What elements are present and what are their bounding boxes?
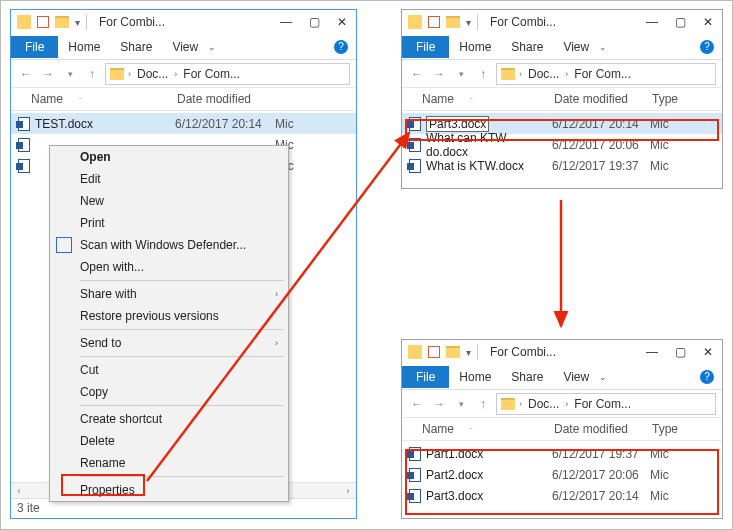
ctx-sharewith[interactable]: Share with› [50, 283, 288, 305]
help-icon[interactable]: ? [700, 40, 714, 54]
recent-dropdown-icon[interactable]: ▾ [452, 65, 470, 83]
forward-button[interactable]: → [430, 395, 448, 413]
chevron-right-icon: › [174, 69, 177, 79]
separator [80, 356, 284, 357]
qa-dropdown-icon[interactable]: ▾ [75, 17, 80, 28]
ribbon-tabs: File Home Share View ⌄ ? [402, 364, 722, 390]
forward-button[interactable]: → [39, 65, 57, 83]
separator [477, 344, 478, 360]
minimize-button[interactable]: — [638, 11, 666, 33]
file-tab[interactable]: File [402, 366, 449, 388]
window-title: For Combi... [490, 345, 556, 359]
qa-dropdown-icon[interactable]: ▾ [466, 347, 471, 358]
close-button[interactable]: ✕ [328, 11, 356, 33]
chevron-right-icon: › [519, 399, 522, 409]
ribbon-expand-icon[interactable]: ⌄ [599, 42, 607, 52]
view-tab[interactable]: View [162, 36, 208, 58]
ctx-cut[interactable]: Cut [50, 359, 288, 381]
file-row[interactable]: What is KTW.docx 6/12/2017 19:37 Mic [402, 155, 722, 176]
up-button[interactable]: ↑ [474, 395, 492, 413]
ctx-new[interactable]: New [50, 190, 288, 212]
maximize-button[interactable]: ▢ [666, 341, 694, 363]
recent-dropdown-icon[interactable]: ▾ [61, 65, 79, 83]
close-button[interactable]: ✕ [694, 11, 722, 33]
breadcrumb-segment[interactable]: For Com... [572, 397, 633, 411]
home-tab[interactable]: Home [449, 366, 501, 388]
scroll-left-button[interactable]: ‹ [11, 484, 27, 498]
quick-access-icon [428, 346, 440, 358]
maximize-button[interactable]: ▢ [666, 11, 694, 33]
ctx-delete[interactable]: Delete [50, 430, 288, 452]
col-name[interactable]: Nameˆ [408, 422, 554, 436]
breadcrumb[interactable]: › Doc... › For Com... [105, 63, 350, 85]
breadcrumb[interactable]: › Doc... › For Com... [496, 63, 716, 85]
column-headers: Nameˆ Date modified Type [402, 418, 722, 441]
col-name[interactable]: Nameˆ [408, 92, 554, 106]
breadcrumb-segment[interactable]: Doc... [526, 67, 561, 81]
sort-asc-icon: ˆ [470, 426, 473, 435]
docx-icon [17, 117, 31, 131]
home-tab[interactable]: Home [58, 36, 110, 58]
context-menu: Open Edit New Print Scan with Windows De… [49, 145, 289, 502]
share-tab[interactable]: Share [501, 366, 553, 388]
maximize-button[interactable]: ▢ [300, 11, 328, 33]
ctx-defender[interactable]: Scan with Windows Defender... [50, 234, 288, 256]
ctx-shortcut[interactable]: Create shortcut [50, 408, 288, 430]
breadcrumb[interactable]: › Doc... › For Com... [496, 393, 716, 415]
file-tab[interactable]: File [11, 36, 58, 58]
ribbon-expand-icon[interactable]: ⌄ [208, 42, 216, 52]
ctx-open[interactable]: Open [50, 146, 288, 168]
breadcrumb-segment[interactable]: Doc... [526, 397, 561, 411]
forward-button[interactable]: → [430, 65, 448, 83]
minimize-button[interactable]: — [272, 11, 300, 33]
ctx-copy[interactable]: Copy [50, 381, 288, 403]
breadcrumb-segment[interactable]: For Com... [572, 67, 633, 81]
qa-dropdown-icon[interactable]: ▾ [466, 17, 471, 28]
ctx-restore[interactable]: Restore previous versions [50, 305, 288, 327]
ctx-openwith[interactable]: Open with... [50, 256, 288, 278]
close-button[interactable]: ✕ [694, 341, 722, 363]
help-icon[interactable]: ? [700, 370, 714, 384]
file-tab[interactable]: File [402, 36, 449, 58]
window-title: For Combi... [490, 15, 556, 29]
col-name[interactable]: Nameˆ [17, 92, 177, 106]
up-button[interactable]: ↑ [83, 65, 101, 83]
column-headers: Nameˆ Date modified Type [402, 88, 722, 111]
ribbon-expand-icon[interactable]: ⌄ [599, 372, 607, 382]
ctx-rename[interactable]: Rename [50, 452, 288, 474]
sort-asc-icon: ˆ [470, 96, 473, 105]
col-date[interactable]: Date modified [554, 422, 652, 436]
quick-access-icon [37, 16, 49, 28]
titlebar: ▾ For Combi... — ▢ ✕ [402, 10, 722, 34]
folder-icon [55, 16, 69, 28]
highlight-rename [61, 474, 145, 496]
recent-dropdown-icon[interactable]: ▾ [452, 395, 470, 413]
ctx-print[interactable]: Print [50, 212, 288, 234]
defender-icon [56, 237, 72, 253]
folder-icon [110, 68, 124, 80]
separator [80, 329, 284, 330]
back-button[interactable]: ← [17, 65, 35, 83]
view-tab[interactable]: View [553, 36, 599, 58]
col-type[interactable]: Type [652, 422, 682, 436]
ctx-edit[interactable]: Edit [50, 168, 288, 190]
up-button[interactable]: ↑ [474, 65, 492, 83]
back-button[interactable]: ← [408, 395, 426, 413]
ctx-sendto[interactable]: Send to› [50, 332, 288, 354]
arrow-windowb-to-windowc [541, 196, 581, 336]
scroll-right-button[interactable]: › [340, 484, 356, 498]
share-tab[interactable]: Share [501, 36, 553, 58]
file-row[interactable]: TEST.docx 6/12/2017 20:14 Mic [11, 113, 356, 134]
breadcrumb-segment[interactable]: For Com... [181, 67, 242, 81]
col-date[interactable]: Date modified [177, 92, 277, 106]
col-type[interactable]: Type [652, 92, 682, 106]
breadcrumb-segment[interactable]: Doc... [135, 67, 170, 81]
view-tab[interactable]: View [553, 366, 599, 388]
back-button[interactable]: ← [408, 65, 426, 83]
minimize-button[interactable]: — [638, 341, 666, 363]
help-icon[interactable]: ? [334, 40, 348, 54]
item-count: 3 ite [17, 501, 40, 515]
home-tab[interactable]: Home [449, 36, 501, 58]
share-tab[interactable]: Share [110, 36, 162, 58]
col-date[interactable]: Date modified [554, 92, 652, 106]
